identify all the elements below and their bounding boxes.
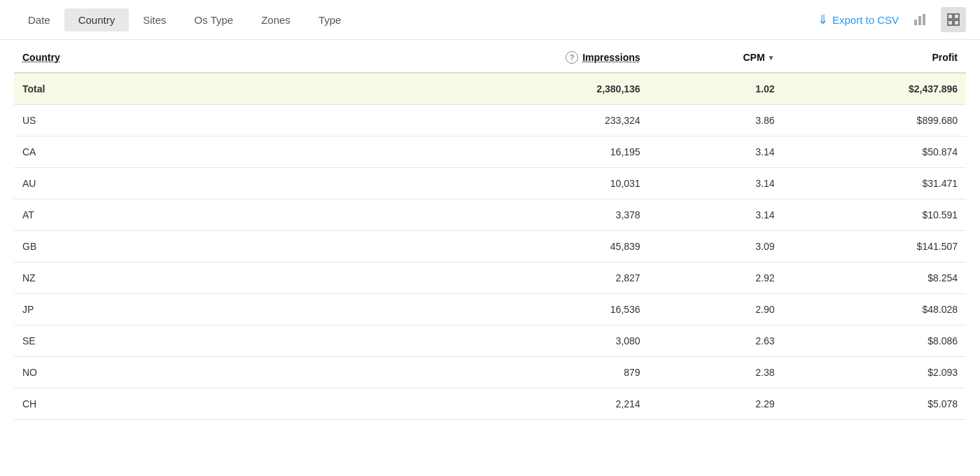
cell-cpm: 3.09 (649, 231, 783, 262)
col-header-impressions[interactable]: ? Impressions (395, 40, 649, 73)
cell-country: JP (14, 294, 395, 326)
cpm-sort-arrow: ▼ (768, 54, 775, 62)
data-table: Country ? Impressions CPM ▼ Profit (14, 40, 966, 420)
cell-cpm: 2.63 (649, 326, 783, 357)
cell-impressions: 45,839 (395, 231, 649, 262)
cell-cpm: 3.14 (649, 168, 783, 200)
table-row: GB 45,839 3.09 $141.507 (14, 231, 966, 262)
grid-icon (946, 13, 960, 27)
tab-date[interactable]: Date (14, 8, 64, 31)
cell-impressions: 16,195 (395, 136, 649, 168)
cell-country: NZ (14, 262, 395, 294)
cell-profit: $50.874 (783, 136, 966, 168)
export-label: Export to CSV (832, 14, 899, 26)
table-row: AU 10,031 3.14 $31.471 (14, 168, 966, 200)
tab-zones[interactable]: Zones (247, 8, 304, 31)
col-header-country[interactable]: Country (14, 40, 395, 73)
total-country: Total (14, 73, 395, 105)
export-csv-button[interactable]: ⇓ Export to CSV (818, 12, 899, 27)
svg-rect-3 (948, 14, 953, 19)
cell-country: CA (14, 136, 395, 168)
download-icon: ⇓ (818, 12, 828, 27)
cell-impressions: 3,080 (395, 326, 649, 357)
cell-country: NO (14, 357, 395, 388)
total-cpm: 1.02 (649, 73, 783, 105)
table-row: NO 879 2.38 $2.093 (14, 357, 966, 388)
svg-rect-1 (918, 16, 921, 25)
svg-rect-0 (914, 20, 917, 25)
col-header-profit[interactable]: Profit (783, 40, 966, 73)
cell-cpm: 2.90 (649, 294, 783, 326)
svg-rect-2 (923, 14, 925, 25)
cell-cpm: 2.38 (649, 357, 783, 388)
cell-country: GB (14, 231, 395, 262)
cell-profit: $5.078 (783, 388, 966, 420)
cell-profit: $8.086 (783, 326, 966, 357)
svg-rect-4 (954, 14, 959, 19)
table-row-total: Total 2,380,136 1.02 $2,437.896 (14, 73, 966, 105)
cell-country: SE (14, 326, 395, 357)
grid-view-button[interactable] (941, 7, 966, 32)
cell-impressions: 2,214 (395, 388, 649, 420)
cell-impressions: 3,378 (395, 200, 649, 231)
table-row: AT 3,378 3.14 $10.591 (14, 200, 966, 231)
tab-type[interactable]: Type (304, 8, 356, 31)
table-row: CA 16,195 3.14 $50.874 (14, 136, 966, 168)
bar-chart-icon (913, 13, 927, 27)
table-row: US 233,324 3.86 $899.680 (14, 105, 966, 136)
cell-profit: $10.591 (783, 200, 966, 231)
cell-impressions: 16,536 (395, 294, 649, 326)
cell-country: CH (14, 388, 395, 420)
impressions-info-icon[interactable]: ? (566, 51, 578, 64)
cell-cpm: 3.14 (649, 200, 783, 231)
table-row: SE 3,080 2.63 $8.086 (14, 326, 966, 357)
cell-country: AU (14, 168, 395, 200)
table-header-row: Country ? Impressions CPM ▼ Profit (14, 40, 966, 73)
svg-rect-5 (948, 20, 953, 25)
cell-cpm: 3.14 (649, 136, 783, 168)
cell-impressions: 879 (395, 357, 649, 388)
table-container: Country ? Impressions CPM ▼ Profit (0, 40, 980, 420)
total-profit: $2,437.896 (783, 73, 966, 105)
tab-group: Date Country Sites Os Type Zones Type (14, 8, 818, 31)
col-header-cpm[interactable]: CPM ▼ (649, 40, 783, 73)
cell-cpm: 2.92 (649, 262, 783, 294)
cell-impressions: 2,827 (395, 262, 649, 294)
svg-rect-6 (954, 20, 959, 25)
cell-cpm: 3.86 (649, 105, 783, 136)
cell-profit: $2.093 (783, 357, 966, 388)
table-row: CH 2,214 2.29 $5.078 (14, 388, 966, 420)
cell-impressions: 10,031 (395, 168, 649, 200)
cell-profit: $141.507 (783, 231, 966, 262)
top-bar: Date Country Sites Os Type Zones Type ⇓ … (0, 0, 980, 40)
table-row: NZ 2,827 2.92 $8.254 (14, 262, 966, 294)
tab-os-type[interactable]: Os Type (181, 8, 248, 31)
cell-profit: $48.028 (783, 294, 966, 326)
toolbar-right: ⇓ Export to CSV (818, 7, 966, 32)
chart-view-button[interactable] (907, 7, 932, 32)
cell-cpm: 2.29 (649, 388, 783, 420)
tab-country[interactable]: Country (64, 8, 130, 31)
cell-profit: $31.471 (783, 168, 966, 200)
tab-sites[interactable]: Sites (129, 8, 180, 31)
cell-profit: $899.680 (783, 105, 966, 136)
cell-impressions: 233,324 (395, 105, 649, 136)
cell-country: AT (14, 200, 395, 231)
cell-profit: $8.254 (783, 262, 966, 294)
cell-country: US (14, 105, 395, 136)
total-impressions: 2,380,136 (395, 73, 649, 105)
table-row: JP 16,536 2.90 $48.028 (14, 294, 966, 326)
